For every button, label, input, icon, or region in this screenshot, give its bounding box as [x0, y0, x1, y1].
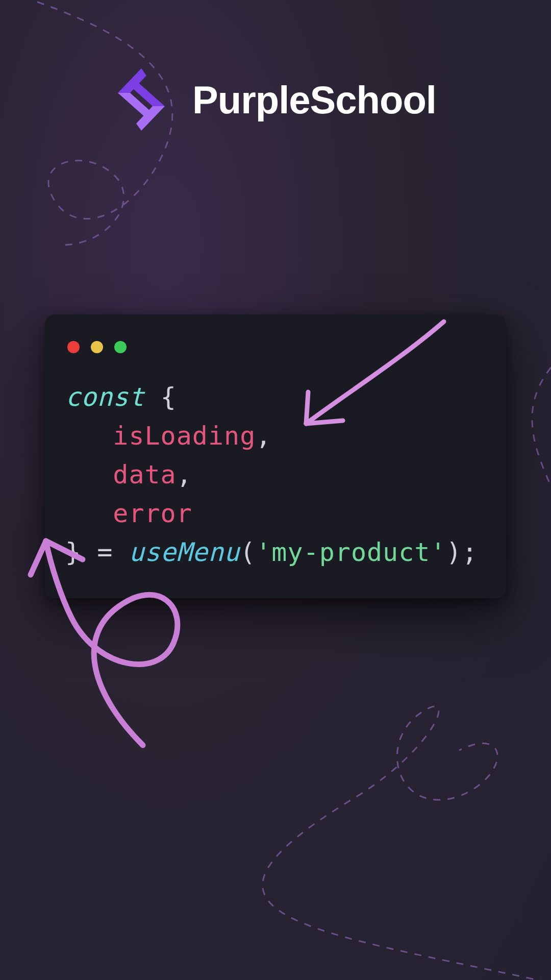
minimize-icon	[91, 341, 103, 353]
fn-usemenu: useMenu	[129, 537, 240, 567]
brace-close: }	[65, 537, 81, 567]
brand-title: PurpleSchool	[192, 78, 436, 122]
keyword-const: const	[65, 382, 145, 412]
prop-isloading: isLoading	[113, 421, 256, 451]
prop-error: error	[113, 499, 192, 528]
window-traffic-lights	[65, 341, 486, 353]
code-block: const { isLoading, data, error } = useMe…	[65, 378, 486, 572]
logo-icon	[115, 66, 168, 133]
code-window: const { isLoading, data, error } = useMe…	[45, 314, 506, 598]
brace-open: {	[161, 382, 177, 412]
close-icon	[67, 341, 80, 353]
string-arg: 'my-product'	[256, 537, 446, 567]
prop-data: data	[113, 460, 176, 489]
maximize-icon	[114, 341, 127, 353]
header: PurpleSchool	[0, 0, 551, 133]
